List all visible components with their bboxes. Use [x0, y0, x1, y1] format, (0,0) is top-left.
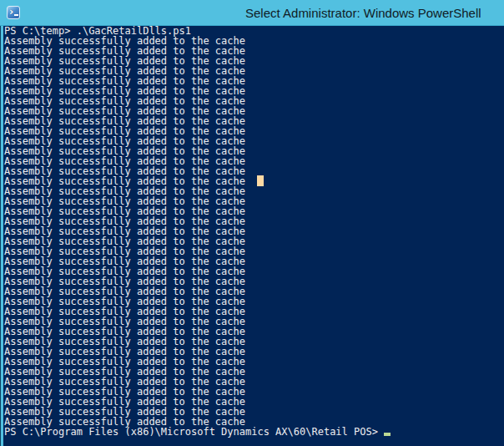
console[interactable]: PS C:\temp> .\GacRetailDlls.ps1Assembly … [3, 26, 504, 446]
text-cursor [384, 433, 391, 436]
selection-block [257, 175, 264, 186]
powershell-icon[interactable] [7, 6, 20, 19]
powershell-window: Select Administrator: Windows PowerShell… [0, 0, 504, 446]
titlebar[interactable]: Select Administrator: Windows PowerShell [0, 0, 504, 26]
console-text: PS C:\Program Files (x86)\Microsoft Dyna… [4, 426, 384, 438]
window-title: Select Administrator: Windows PowerShell [245, 0, 481, 26]
prompt-line: PS C:\Program Files (x86)\Microsoft Dyna… [3, 427, 504, 437]
